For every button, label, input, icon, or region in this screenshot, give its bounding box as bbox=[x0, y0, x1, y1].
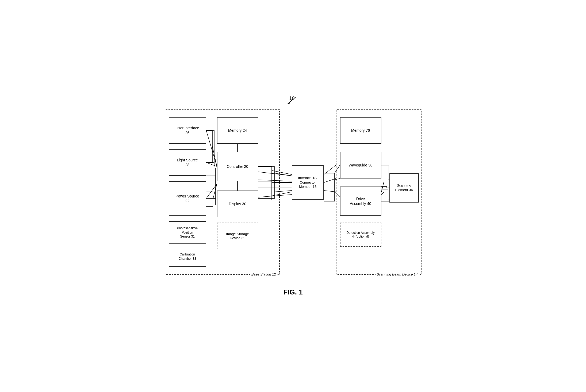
memory-24-box: Memory 24 bbox=[217, 117, 258, 144]
controller-20-box: Controller 20 bbox=[217, 152, 258, 181]
memory-76-label: Memory 76 bbox=[351, 128, 370, 133]
drive-assembly-label: DriveAssembly 40 bbox=[350, 196, 371, 206]
detection-assembly-label: Detection Assembly44(optional) bbox=[346, 231, 374, 238]
controller-20-label: Controller 20 bbox=[227, 164, 248, 169]
svg-line-31 bbox=[324, 165, 336, 174]
display-30-label: Display 30 bbox=[229, 201, 246, 206]
scanning-device-label: Scanning Beam Device 14 bbox=[376, 272, 419, 276]
figure-label: FIG. 1 bbox=[283, 288, 302, 296]
scanning-element-label: ScanningElement 34 bbox=[395, 183, 413, 192]
calibration-box: CalibrationChamber 33 bbox=[169, 247, 206, 267]
ref-label: 10 bbox=[289, 96, 295, 101]
detection-assembly-box: Detection Assembly44(optional) bbox=[340, 223, 381, 247]
light-source-box: Light Source28 bbox=[169, 149, 206, 176]
diagram-container: 10 Base Station 12 User Interface26 Ligh… bbox=[159, 96, 427, 283]
scanning-element-box: ScanningElement 34 bbox=[389, 173, 419, 203]
image-storage-box: Image StorageDevice 32 bbox=[217, 223, 258, 249]
memory-24-label: Memory 24 bbox=[228, 128, 247, 133]
calibration-label: CalibrationChamber 33 bbox=[178, 253, 196, 261]
svg-line-32 bbox=[324, 178, 336, 183]
memory-76-box: Memory 76 bbox=[340, 117, 381, 144]
waveguide-38-box: Waveguide 38 bbox=[340, 152, 381, 178]
power-source-box: Power Source22 bbox=[169, 181, 206, 216]
interface-connector-box: Interface 18/ConnectorMember 16 bbox=[292, 165, 324, 200]
interface-connector-label: Interface 18/ConnectorMember 16 bbox=[298, 176, 317, 189]
base-station-label: Base Station 12 bbox=[250, 272, 277, 276]
user-interface-box: User Interface26 bbox=[169, 117, 206, 144]
svg-line-33 bbox=[324, 191, 336, 192]
light-source-label: Light Source28 bbox=[177, 158, 198, 167]
drive-assembly-box: DriveAssembly 40 bbox=[340, 187, 381, 216]
power-source-label: Power Source22 bbox=[176, 194, 199, 203]
reference-number: 10 bbox=[282, 96, 295, 106]
display-30-box: Display 30 bbox=[217, 191, 258, 217]
image-storage-label: Image StorageDevice 32 bbox=[226, 232, 249, 240]
waveguide-38-label: Waveguide 38 bbox=[349, 163, 373, 168]
photosensitive-label: PhotosensitivePositionSensor 31 bbox=[177, 226, 198, 239]
user-interface-label: User Interface26 bbox=[176, 126, 199, 135]
svg-marker-1 bbox=[288, 102, 290, 104]
photosensitive-box: PhotosensitivePositionSensor 31 bbox=[169, 221, 206, 244]
